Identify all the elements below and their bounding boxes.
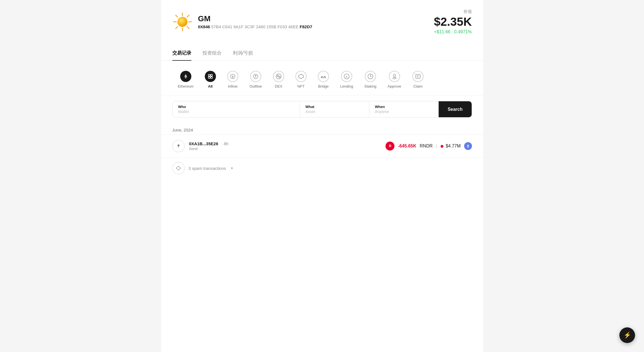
filter-staking-label: Staking	[364, 84, 376, 88]
svg-rect-15	[208, 74, 210, 76]
filter-dex-label: DEX	[275, 84, 283, 88]
tx-right: R -645.65K RNDR | $4.77M	[386, 142, 472, 151]
lending-icon: $	[341, 71, 352, 82]
address-suffix: F82D7	[300, 24, 312, 29]
filter-staking[interactable]: Staking	[359, 69, 382, 91]
filter-inflow[interactable]: Inflow	[222, 69, 244, 91]
svg-marker-47	[468, 147, 469, 148]
spam-icon	[172, 162, 185, 174]
value-label: 价值	[434, 9, 472, 14]
header-address: 0X846 57B4 C641 9A1F 3C3F 2480 155B F033…	[198, 24, 312, 29]
when-field[interactable]: When Anytime	[369, 101, 439, 117]
tx-time: · 8h	[222, 141, 229, 146]
claim-icon	[412, 71, 424, 82]
svg-line-7	[176, 27, 178, 29]
tx-info: 0XA1B...35E28 · 8h Send	[189, 141, 381, 151]
address-middle: 57B4 C641 9A1F 3C3F 2480 155B F033 46EE	[211, 24, 300, 29]
svg-marker-48	[467, 147, 468, 148]
svg-marker-49	[176, 166, 181, 170]
svg-point-24	[277, 75, 278, 77]
header-info: GM 0X846 57B4 C641 9A1F 3C3F 2480 155B F…	[198, 14, 312, 29]
filter-claim[interactable]: Claim	[407, 69, 429, 91]
filter-claim-label: Claim	[413, 84, 422, 88]
tx-usd-value: $4.77M	[446, 144, 460, 148]
header-right: 价值 $2.35K +$11.66 · 0.4971%	[434, 9, 472, 34]
fab-button[interactable]: ⚡	[619, 327, 635, 343]
header-greeting: GM	[198, 14, 312, 23]
tab-portfolio[interactable]: 投资组合	[203, 46, 222, 61]
filter-lending-label: Lending	[340, 84, 353, 88]
what-field[interactable]: What Asset	[300, 101, 369, 117]
filter-row: Ethereum All In	[161, 61, 483, 95]
when-label: When	[375, 105, 433, 109]
svg-line-6	[187, 15, 189, 17]
tx-hash: 0XA1B...35E28 · 8h	[189, 141, 381, 146]
outflow-icon	[250, 71, 261, 82]
svg-rect-39	[416, 74, 420, 78]
filter-approve[interactable]: Approve	[382, 69, 407, 91]
filter-approve-label: Approve	[388, 84, 401, 88]
what-input[interactable]: Asset	[305, 109, 363, 114]
filter-ethereum[interactable]: Ethereum	[172, 69, 199, 91]
portfolio-value: $2.35K	[434, 15, 472, 28]
filter-dex[interactable]: DEX	[267, 69, 290, 91]
svg-line-5	[187, 27, 189, 29]
when-input[interactable]: Anytime	[375, 109, 433, 114]
svg-point-8	[177, 17, 187, 27]
tabs-bar: 交易记录 投资组合 利润/亏损	[161, 46, 483, 61]
filter-ethereum-label: Ethereum	[178, 84, 194, 88]
filter-lending[interactable]: $ Lending	[335, 69, 359, 91]
filter-bridge-label: Bridge	[318, 84, 329, 88]
search-section: Who Wallet What Asset When Anytime Searc…	[161, 95, 483, 123]
header: GM 0X846 57B4 C641 9A1F 3C3F 2480 155B F…	[161, 0, 483, 41]
sun-svg	[172, 12, 192, 32]
filter-all-label: All	[208, 84, 213, 88]
who-label: Who	[178, 105, 294, 109]
tx-chain-icon	[464, 142, 472, 150]
tx-direction-icon	[172, 140, 185, 152]
who-field[interactable]: Who Wallet	[173, 101, 300, 117]
spam-label: 3 spam transactions	[189, 166, 226, 171]
tab-pnl[interactable]: 利润/亏损	[233, 46, 253, 61]
filter-all[interactable]: All	[199, 69, 222, 91]
svg-point-38	[393, 74, 396, 77]
spam-chevron-icon: ▾	[231, 166, 233, 170]
svg-text:$: $	[346, 75, 347, 78]
month-header: June, 2024	[161, 123, 483, 135]
svg-rect-18	[211, 77, 212, 78]
svg-point-25	[279, 76, 280, 78]
staking-icon	[365, 71, 376, 82]
spam-row[interactable]: 3 spam transactions ▾	[161, 157, 483, 179]
tx-usd-separator: |	[436, 144, 437, 149]
tx-type: Send	[189, 147, 381, 151]
filter-inflow-label: Inflow	[228, 84, 238, 88]
inflow-icon	[227, 71, 238, 82]
filter-nft[interactable]: NFT	[290, 69, 312, 91]
svg-rect-17	[208, 77, 210, 78]
dex-icon	[273, 71, 284, 82]
tx-amount: -645.65K	[398, 144, 416, 149]
table-row: 0XA1B...35E28 · 8h Send R -645.65K RNDR …	[161, 135, 483, 157]
sun-icon	[172, 12, 192, 32]
search-button[interactable]: Search	[439, 101, 471, 117]
approve-icon	[389, 71, 400, 82]
page-container: GM 0X846 57B4 C641 9A1F 3C3F 2480 155B F…	[161, 0, 483, 352]
tx-token-name: RNDR	[420, 144, 433, 149]
bridge-icon	[318, 71, 329, 82]
portfolio-change: +$11.66 · 0.4971%	[434, 29, 472, 34]
svg-rect-16	[211, 74, 212, 76]
ethereum-icon	[180, 71, 191, 82]
who-input[interactable]: Wallet	[178, 109, 294, 114]
svg-line-4	[176, 15, 178, 17]
header-left: GM 0X846 57B4 C641 9A1F 3C3F 2480 155B F…	[172, 12, 312, 32]
tab-transactions[interactable]: 交易记录	[172, 46, 191, 61]
what-label: What	[305, 105, 363, 109]
filter-nft-label: NFT	[297, 84, 304, 88]
filter-outflow[interactable]: Outflow	[244, 69, 267, 91]
filter-outflow-label: Outflow	[250, 84, 262, 88]
tx-token-icon: R	[386, 142, 394, 151]
address-prefix: 0X846	[198, 24, 210, 29]
all-icon	[205, 71, 216, 82]
filter-bridge[interactable]: Bridge	[312, 69, 335, 91]
nft-icon	[295, 71, 307, 82]
